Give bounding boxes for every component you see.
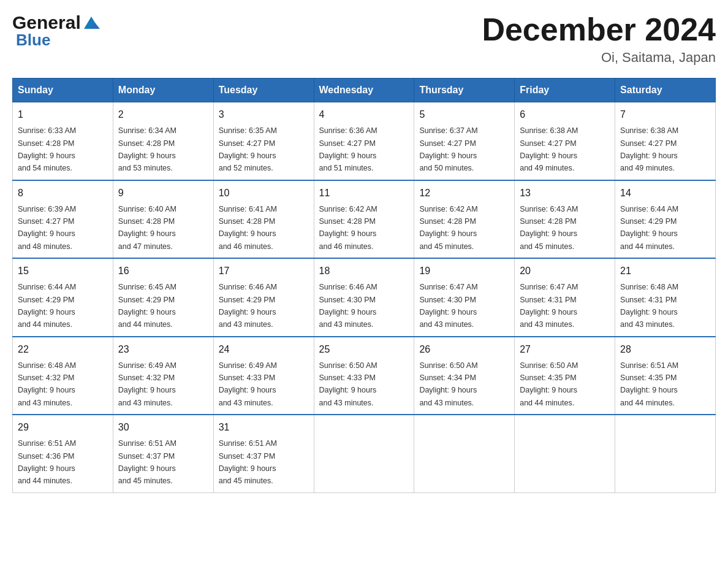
month-year-title: December 2024 bbox=[482, 12, 716, 47]
calendar-week-row: 29 Sunrise: 6:51 AMSunset: 4:36 PMDaylig… bbox=[13, 415, 716, 492]
day-number: 27 bbox=[520, 342, 610, 357]
day-info: Sunrise: 6:38 AMSunset: 4:27 PMDaylight:… bbox=[620, 126, 678, 172]
calendar-day-cell bbox=[314, 415, 414, 492]
calendar-day-cell: 12 Sunrise: 6:42 AMSunset: 4:28 PMDaylig… bbox=[414, 180, 515, 259]
day-number: 20 bbox=[520, 264, 610, 278]
calendar-week-row: 1 Sunrise: 6:33 AMSunset: 4:28 PMDayligh… bbox=[13, 102, 716, 180]
day-number: 24 bbox=[219, 342, 309, 357]
day-number: 30 bbox=[118, 420, 208, 435]
day-info: Sunrise: 6:42 AMSunset: 4:28 PMDaylight:… bbox=[419, 205, 477, 251]
day-number: 10 bbox=[219, 186, 309, 201]
day-number: 15 bbox=[18, 264, 108, 278]
calendar-week-row: 8 Sunrise: 6:39 AMSunset: 4:27 PMDayligh… bbox=[13, 180, 716, 259]
calendar-day-cell: 26 Sunrise: 6:50 AMSunset: 4:34 PMDaylig… bbox=[414, 337, 515, 415]
day-info: Sunrise: 6:51 AMSunset: 4:37 PMDaylight:… bbox=[118, 439, 176, 485]
day-number: 16 bbox=[118, 264, 208, 278]
day-info: Sunrise: 6:49 AMSunset: 4:33 PMDaylight:… bbox=[219, 361, 277, 407]
calendar-day-cell bbox=[515, 415, 615, 492]
header-monday: Monday bbox=[113, 79, 213, 102]
calendar-day-cell bbox=[615, 415, 716, 492]
day-info: Sunrise: 6:36 AMSunset: 4:27 PMDaylight:… bbox=[319, 126, 377, 172]
header-sunday: Sunday bbox=[13, 79, 113, 102]
calendar-day-cell: 28 Sunrise: 6:51 AMSunset: 4:35 PMDaylig… bbox=[615, 337, 716, 415]
day-number: 21 bbox=[620, 264, 710, 278]
day-info: Sunrise: 6:44 AMSunset: 4:29 PMDaylight:… bbox=[620, 205, 678, 251]
calendar-day-cell: 8 Sunrise: 6:39 AMSunset: 4:27 PMDayligh… bbox=[13, 180, 113, 259]
calendar-day-cell bbox=[414, 415, 515, 492]
calendar-day-cell: 15 Sunrise: 6:44 AMSunset: 4:29 PMDaylig… bbox=[13, 258, 113, 337]
logo-triangle-icon bbox=[83, 14, 100, 31]
calendar-day-cell: 29 Sunrise: 6:51 AMSunset: 4:36 PMDaylig… bbox=[13, 415, 113, 492]
calendar-day-cell: 1 Sunrise: 6:33 AMSunset: 4:28 PMDayligh… bbox=[13, 102, 113, 180]
calendar-day-cell: 10 Sunrise: 6:41 AMSunset: 4:28 PMDaylig… bbox=[213, 180, 314, 259]
calendar-day-cell: 21 Sunrise: 6:48 AMSunset: 4:31 PMDaylig… bbox=[615, 258, 716, 337]
calendar-day-cell: 22 Sunrise: 6:48 AMSunset: 4:32 PMDaylig… bbox=[13, 337, 113, 415]
day-info: Sunrise: 6:46 AMSunset: 4:30 PMDaylight:… bbox=[319, 283, 377, 329]
logo-icon bbox=[83, 14, 100, 31]
location-text: Oi, Saitama, Japan bbox=[482, 50, 716, 66]
calendar-day-cell: 30 Sunrise: 6:51 AMSunset: 4:37 PMDaylig… bbox=[113, 415, 213, 492]
day-number: 23 bbox=[118, 342, 208, 357]
calendar-day-cell: 19 Sunrise: 6:47 AMSunset: 4:30 PMDaylig… bbox=[414, 258, 515, 337]
page-header: General Blue December 2024 Oi, Saitama, … bbox=[12, 12, 716, 66]
day-info: Sunrise: 6:41 AMSunset: 4:28 PMDaylight:… bbox=[219, 205, 277, 251]
day-info: Sunrise: 6:47 AMSunset: 4:31 PMDaylight:… bbox=[520, 283, 578, 329]
day-info: Sunrise: 6:39 AMSunset: 4:27 PMDaylight:… bbox=[18, 205, 76, 251]
calendar-day-cell: 14 Sunrise: 6:44 AMSunset: 4:29 PMDaylig… bbox=[615, 180, 716, 259]
calendar-day-cell: 25 Sunrise: 6:50 AMSunset: 4:33 PMDaylig… bbox=[314, 337, 414, 415]
logo-general-text: General bbox=[12, 12, 81, 33]
calendar-day-cell: 18 Sunrise: 6:46 AMSunset: 4:30 PMDaylig… bbox=[314, 258, 414, 337]
day-number: 8 bbox=[18, 186, 108, 201]
calendar-day-cell: 31 Sunrise: 6:51 AMSunset: 4:37 PMDaylig… bbox=[213, 415, 314, 492]
calendar-table: Sunday Monday Tuesday Wednesday Thursday… bbox=[12, 78, 716, 493]
day-number: 26 bbox=[419, 342, 509, 357]
header-tuesday: Tuesday bbox=[213, 79, 314, 102]
day-number: 13 bbox=[520, 186, 610, 201]
day-info: Sunrise: 6:50 AMSunset: 4:33 PMDaylight:… bbox=[319, 361, 377, 407]
day-info: Sunrise: 6:43 AMSunset: 4:28 PMDaylight:… bbox=[520, 205, 578, 251]
header-friday: Friday bbox=[515, 79, 615, 102]
calendar-day-cell: 4 Sunrise: 6:36 AMSunset: 4:27 PMDayligh… bbox=[314, 102, 414, 180]
day-info: Sunrise: 6:50 AMSunset: 4:35 PMDaylight:… bbox=[520, 361, 578, 407]
day-info: Sunrise: 6:40 AMSunset: 4:28 PMDaylight:… bbox=[118, 205, 176, 251]
day-info: Sunrise: 6:37 AMSunset: 4:27 PMDaylight:… bbox=[419, 126, 477, 172]
logo: General Blue bbox=[12, 12, 100, 50]
header-thursday: Thursday bbox=[414, 79, 515, 102]
calendar-day-cell: 3 Sunrise: 6:35 AMSunset: 4:27 PMDayligh… bbox=[213, 102, 314, 180]
day-info: Sunrise: 6:44 AMSunset: 4:29 PMDaylight:… bbox=[18, 283, 76, 329]
calendar-week-row: 22 Sunrise: 6:48 AMSunset: 4:32 PMDaylig… bbox=[13, 337, 716, 415]
day-number: 3 bbox=[219, 107, 309, 122]
calendar-day-cell: 23 Sunrise: 6:49 AMSunset: 4:32 PMDaylig… bbox=[113, 337, 213, 415]
day-info: Sunrise: 6:42 AMSunset: 4:28 PMDaylight:… bbox=[319, 205, 377, 251]
day-number: 7 bbox=[620, 107, 710, 122]
day-info: Sunrise: 6:45 AMSunset: 4:29 PMDaylight:… bbox=[118, 283, 176, 329]
day-number: 1 bbox=[18, 107, 108, 122]
calendar-day-cell: 24 Sunrise: 6:49 AMSunset: 4:33 PMDaylig… bbox=[213, 337, 314, 415]
logo-blue-text: Blue bbox=[16, 31, 50, 49]
day-number: 22 bbox=[18, 342, 108, 357]
day-number: 19 bbox=[419, 264, 509, 278]
calendar-day-cell: 27 Sunrise: 6:50 AMSunset: 4:35 PMDaylig… bbox=[515, 337, 615, 415]
day-number: 31 bbox=[219, 420, 309, 435]
day-info: Sunrise: 6:34 AMSunset: 4:28 PMDaylight:… bbox=[118, 126, 176, 172]
day-info: Sunrise: 6:50 AMSunset: 4:34 PMDaylight:… bbox=[419, 361, 477, 407]
calendar-day-cell: 11 Sunrise: 6:42 AMSunset: 4:28 PMDaylig… bbox=[314, 180, 414, 259]
day-number: 2 bbox=[118, 107, 208, 122]
day-number: 4 bbox=[319, 107, 409, 122]
title-section: December 2024 Oi, Saitama, Japan bbox=[482, 12, 716, 66]
day-number: 14 bbox=[620, 186, 710, 201]
day-info: Sunrise: 6:51 AMSunset: 4:35 PMDaylight:… bbox=[620, 361, 678, 407]
day-number: 12 bbox=[419, 186, 509, 201]
calendar-day-cell: 7 Sunrise: 6:38 AMSunset: 4:27 PMDayligh… bbox=[615, 102, 716, 180]
header-wednesday: Wednesday bbox=[314, 79, 414, 102]
day-info: Sunrise: 6:48 AMSunset: 4:32 PMDaylight:… bbox=[18, 361, 76, 407]
day-number: 5 bbox=[419, 107, 509, 122]
day-info: Sunrise: 6:49 AMSunset: 4:32 PMDaylight:… bbox=[118, 361, 176, 407]
day-info: Sunrise: 6:47 AMSunset: 4:30 PMDaylight:… bbox=[419, 283, 477, 329]
calendar-day-cell: 16 Sunrise: 6:45 AMSunset: 4:29 PMDaylig… bbox=[113, 258, 213, 337]
calendar-day-cell: 2 Sunrise: 6:34 AMSunset: 4:28 PMDayligh… bbox=[113, 102, 213, 180]
day-info: Sunrise: 6:51 AMSunset: 4:37 PMDaylight:… bbox=[219, 439, 277, 485]
day-number: 11 bbox=[319, 186, 409, 201]
calendar-day-cell: 17 Sunrise: 6:46 AMSunset: 4:29 PMDaylig… bbox=[213, 258, 314, 337]
day-info: Sunrise: 6:33 AMSunset: 4:28 PMDaylight:… bbox=[18, 126, 76, 172]
